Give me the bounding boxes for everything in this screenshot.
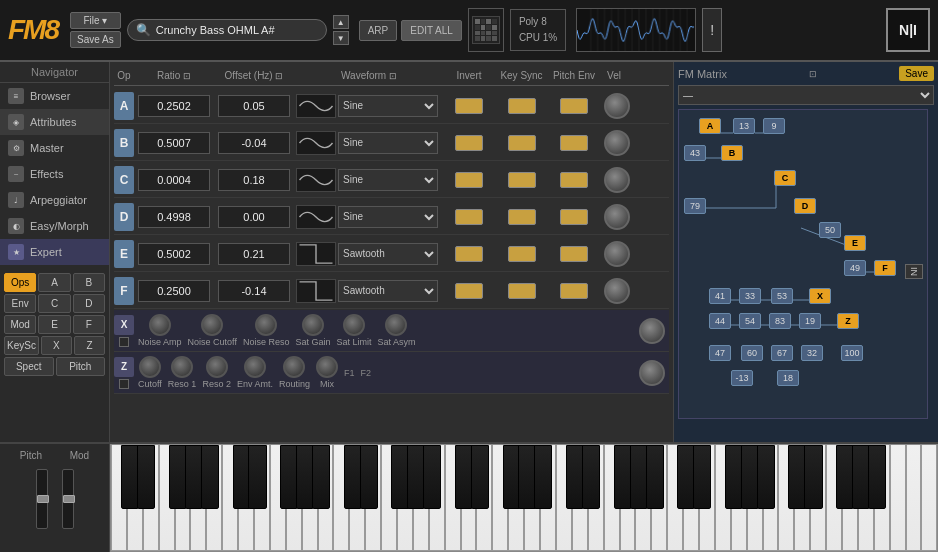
op-c-ratio[interactable] xyxy=(138,169,210,191)
black-key[interactable] xyxy=(248,445,266,509)
black-key[interactable] xyxy=(646,445,664,509)
op-d-pitchenv-toggle[interactable] xyxy=(560,209,588,225)
op-f-ratio[interactable] xyxy=(138,280,210,302)
op-a-waveform-select[interactable]: SineSawtoothTriangleSquare xyxy=(338,95,438,117)
op-a-keysync-toggle[interactable] xyxy=(508,98,536,114)
op-a-pitchenv-toggle[interactable] xyxy=(560,98,588,114)
matrix-node-83[interactable]: 83 xyxy=(769,313,791,329)
op-a-offset[interactable] xyxy=(218,95,290,117)
fm-matrix-dropdown[interactable]: — xyxy=(678,85,934,105)
matrix-node-9[interactable]: 9 xyxy=(763,118,785,134)
patch-down-arrow[interactable]: ▼ xyxy=(333,31,349,45)
sidebar-item-attributes[interactable]: ◈ Attributes xyxy=(0,109,109,135)
op-c-vel-knob[interactable] xyxy=(604,167,630,193)
matrix-node-neg13[interactable]: -13 xyxy=(731,370,753,386)
black-key[interactable] xyxy=(693,445,711,509)
fm-matrix-save-button[interactable]: Save xyxy=(899,66,934,81)
op-f-offset[interactable] xyxy=(218,280,290,302)
black-key[interactable] xyxy=(582,445,600,509)
matrix-in-button[interactable]: IN xyxy=(905,264,923,279)
black-key[interactable] xyxy=(137,445,155,509)
matrix-node-F[interactable]: F xyxy=(874,260,896,276)
op-d-button[interactable]: D xyxy=(73,294,105,313)
routing-knob[interactable] xyxy=(283,356,305,378)
sat-gain-knob[interactable] xyxy=(302,314,324,336)
op-e-keysync-toggle[interactable] xyxy=(508,246,536,262)
op-a-invert-toggle[interactable] xyxy=(455,98,483,114)
reso1-knob[interactable] xyxy=(171,356,193,378)
op-z-checkbox[interactable] xyxy=(119,379,129,389)
black-key[interactable] xyxy=(360,445,378,509)
matrix-node-19[interactable]: 19 xyxy=(799,313,821,329)
op-a-ratio[interactable] xyxy=(138,95,210,117)
op-e-pitchenv-toggle[interactable] xyxy=(560,246,588,262)
spect-button[interactable]: Spect xyxy=(4,357,54,376)
noise-amp-knob[interactable] xyxy=(149,314,171,336)
op-d-vel-knob[interactable] xyxy=(604,204,630,230)
op-e-button[interactable]: E xyxy=(38,315,70,334)
matrix-node-50[interactable]: 50 xyxy=(819,222,841,238)
sidebar-item-arpeggiator[interactable]: ♩ Arpeggiator xyxy=(0,187,109,213)
op-d-invert-toggle[interactable] xyxy=(455,209,483,225)
op-c-button[interactable]: C xyxy=(38,294,70,313)
matrix-node-54[interactable]: 54 xyxy=(739,313,761,329)
op-c-invert-toggle[interactable] xyxy=(455,172,483,188)
patch-up-arrow[interactable]: ▲ xyxy=(333,15,349,29)
op-b-offset[interactable] xyxy=(218,132,290,154)
mix-knob[interactable] xyxy=(316,356,338,378)
op-f-vel-knob[interactable] xyxy=(604,278,630,304)
cutoff-knob[interactable] xyxy=(139,356,161,378)
save-as-button[interactable]: Save As xyxy=(70,31,121,48)
op-f-waveform-select[interactable]: SineSawtoothTriangleSquare xyxy=(338,280,438,302)
op-d-ratio[interactable] xyxy=(138,206,210,228)
op-d-waveform-select[interactable]: SineSawtoothTriangleSquare xyxy=(338,206,438,228)
arp-button[interactable]: ARP xyxy=(359,20,398,41)
op-x-vel-knob[interactable] xyxy=(639,318,665,344)
sidebar-item-easy-morph[interactable]: ◐ Easy/Morph xyxy=(0,213,109,239)
matrix-node-E[interactable]: E xyxy=(844,235,866,251)
sat-limit-knob[interactable] xyxy=(343,314,365,336)
sidebar-item-effects[interactable]: ~ Effects xyxy=(0,161,109,187)
reso2-knob[interactable] xyxy=(206,356,228,378)
op-b-button[interactable]: B xyxy=(73,273,105,292)
op-f-button[interactable]: F xyxy=(73,315,105,334)
keysc-button[interactable]: KeySc xyxy=(4,336,39,355)
black-key[interactable] xyxy=(201,445,219,509)
pitch-slider-thumb[interactable] xyxy=(37,495,49,503)
env-amt-knob[interactable] xyxy=(244,356,266,378)
matrix-node-100[interactable]: 100 xyxy=(841,345,863,361)
matrix-node-A[interactable]: A xyxy=(699,118,721,134)
sidebar-item-expert[interactable]: ★ Expert xyxy=(0,239,109,265)
black-key[interactable] xyxy=(757,445,775,509)
mod-slider-thumb[interactable] xyxy=(63,495,75,503)
op-x-checkbox[interactable] xyxy=(119,337,129,347)
matrix-node-60[interactable]: 60 xyxy=(741,345,763,361)
op-b-pitchenv-toggle[interactable] xyxy=(560,135,588,151)
ops-button[interactable]: Ops xyxy=(4,273,36,292)
op-e-offset[interactable] xyxy=(218,243,290,265)
patch-name-input[interactable] xyxy=(156,24,316,36)
matrix-node-33[interactable]: 33 xyxy=(739,288,761,304)
op-c-waveform-select[interactable]: SineSawtoothTriangleSquare xyxy=(338,169,438,191)
black-key[interactable] xyxy=(471,445,489,509)
edit-all-button[interactable]: EDIT ALL xyxy=(401,20,462,41)
sat-asym-knob[interactable] xyxy=(385,314,407,336)
white-key[interactable] xyxy=(890,445,906,551)
op-b-waveform-select[interactable]: SineSawtoothTriangleSquare xyxy=(338,132,438,154)
white-key[interactable] xyxy=(921,445,937,551)
op-e-invert-toggle[interactable] xyxy=(455,246,483,262)
op-f-keysync-toggle[interactable] xyxy=(508,283,536,299)
op-d-keysync-toggle[interactable] xyxy=(508,209,536,225)
op-e-waveform-select[interactable]: SineSawtoothTriangleSquare xyxy=(338,243,438,265)
op-a-vel-knob[interactable] xyxy=(604,93,630,119)
matrix-node-Z[interactable]: Z xyxy=(837,313,859,329)
matrix-node-C[interactable]: C xyxy=(774,170,796,186)
op-z-vel-knob[interactable] xyxy=(639,360,665,386)
alert-button[interactable]: ! xyxy=(702,8,722,52)
matrix-node-44[interactable]: 44 xyxy=(709,313,731,329)
sidebar-item-browser[interactable]: ≡ Browser xyxy=(0,83,109,109)
black-key[interactable] xyxy=(534,445,552,509)
matrix-node-67[interactable]: 67 xyxy=(771,345,793,361)
matrix-node-B[interactable]: B xyxy=(721,145,743,161)
op-f-pitchenv-toggle[interactable] xyxy=(560,283,588,299)
